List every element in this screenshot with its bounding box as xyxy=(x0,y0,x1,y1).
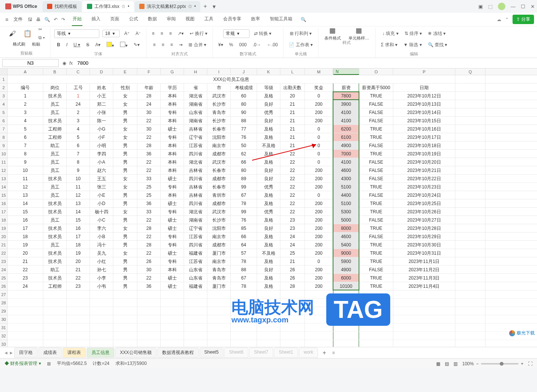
cell[interactable]: 专科 xyxy=(161,232,184,240)
cell[interactable]: 不及格 xyxy=(257,141,280,149)
doc-tab-templates[interactable]: 找稻壳模板 xyxy=(43,1,82,12)
maximize-button[interactable]: ☐ xyxy=(521,4,525,9)
row-header[interactable]: 23 xyxy=(0,257,8,266)
strikethrough-button[interactable]: S xyxy=(85,41,91,48)
cell[interactable]: TRUE xyxy=(359,183,393,191)
cell[interactable]: 28 xyxy=(137,92,161,100)
cell[interactable]: 2 xyxy=(8,100,43,108)
cell[interactable] xyxy=(280,315,305,323)
cell[interactable]: FALSE xyxy=(359,117,393,125)
cell[interactable]: 成都市 xyxy=(207,241,231,249)
cell[interactable]: 男 xyxy=(113,216,137,224)
row-header[interactable]: 33 xyxy=(0,340,8,347)
cell[interactable]: 4600 xyxy=(333,166,359,174)
cell[interactable] xyxy=(43,290,67,298)
column-header[interactable]: P xyxy=(393,68,455,75)
status-link[interactable]: ◆ 财务报表管理 ▾ xyxy=(5,360,41,367)
cell[interactable]: FALSE xyxy=(359,166,393,174)
row-header[interactable]: 11 xyxy=(0,158,8,166)
cell[interactable] xyxy=(207,299,231,307)
cell[interactable] xyxy=(393,332,455,340)
cell[interactable]: 66 xyxy=(231,158,257,166)
cell[interactable]: 沈阳市 xyxy=(207,224,231,232)
cell[interactable]: 良好 xyxy=(257,166,280,174)
cell[interactable]: 南京市 xyxy=(207,257,231,265)
row-header[interactable]: 13 xyxy=(0,175,8,183)
cell[interactable] xyxy=(137,332,161,340)
row-header[interactable]: 26 xyxy=(0,282,8,290)
sheet-tab[interactable]: work xyxy=(299,348,318,358)
preview-icon[interactable]: 🔍 xyxy=(44,17,50,22)
row-header[interactable]: 19 xyxy=(0,224,8,232)
cell[interactable] xyxy=(455,175,485,182)
cell[interactable]: 山东省 xyxy=(184,108,207,116)
cell[interactable]: 员工 xyxy=(43,191,67,199)
cell[interactable]: 60 xyxy=(231,92,257,100)
cell[interactable]: 女 xyxy=(113,183,137,191)
cell[interactable]: 本科 xyxy=(161,158,184,166)
cell[interactable]: 小A xyxy=(90,158,113,166)
orientation-button[interactable]: ↗▾ xyxy=(176,30,185,37)
cell[interactable]: 5100 xyxy=(333,199,359,207)
cell[interactable]: 26 xyxy=(280,266,305,273)
cell[interactable]: 辽宁省 xyxy=(184,133,207,141)
cell[interactable] xyxy=(333,299,359,307)
cell[interactable]: 本科 xyxy=(161,191,184,199)
cell[interactable]: 冯十 xyxy=(90,241,113,249)
cell[interactable]: 陈一 xyxy=(90,117,113,125)
cell[interactable]: 2023年10月28日 xyxy=(393,224,455,232)
column-header[interactable]: G xyxy=(161,68,184,75)
cell[interactable]: 16 xyxy=(8,216,43,224)
tab-menu-icon[interactable]: • xyxy=(128,4,129,9)
cell[interactable]: 青岛市 xyxy=(207,266,231,273)
menu-tab[interactable]: 审阅 xyxy=(166,13,176,26)
align-bottom-button[interactable]: ≡ xyxy=(167,30,173,37)
align-top-button[interactable]: ≡ xyxy=(150,30,156,37)
column-header[interactable]: M xyxy=(305,68,333,75)
cell[interactable]: 0 xyxy=(305,191,333,199)
column-header[interactable]: K xyxy=(257,68,280,75)
cell[interactable] xyxy=(455,274,485,282)
cell[interactable] xyxy=(455,133,485,141)
cell[interactable]: 男 xyxy=(113,241,137,249)
cell[interactable]: 18 xyxy=(8,232,43,240)
cell[interactable]: 本科 xyxy=(161,150,184,158)
column-header[interactable]: C xyxy=(67,68,90,75)
cell[interactable] xyxy=(90,324,113,331)
cell[interactable]: 33 xyxy=(137,175,161,182)
cell[interactable] xyxy=(257,299,280,307)
cell[interactable]: 9 xyxy=(67,166,90,174)
cell[interactable]: 技术员 xyxy=(43,232,67,240)
cell[interactable]: 专科 xyxy=(161,208,184,216)
column-header[interactable]: H xyxy=(184,68,207,75)
cell[interactable] xyxy=(393,315,455,323)
cell[interactable]: TRUE xyxy=(359,92,393,100)
cell[interactable]: 女 xyxy=(113,249,137,257)
column-header[interactable]: B xyxy=(43,68,67,75)
cell[interactable] xyxy=(333,340,359,347)
cell[interactable]: 19 xyxy=(8,241,43,249)
cell[interactable]: 助工 xyxy=(43,266,67,273)
cell[interactable] xyxy=(113,332,137,340)
cell[interactable]: 15 xyxy=(8,208,43,216)
cell[interactable]: 2023年11月3日 xyxy=(393,274,455,282)
cell[interactable]: 专科 xyxy=(161,108,184,116)
collapse-ribbon-icon[interactable]: ⌃ xyxy=(505,17,509,22)
cell[interactable]: 及格 xyxy=(257,191,280,199)
cell[interactable]: 及格 xyxy=(257,92,280,100)
column-header[interactable]: J xyxy=(231,68,257,75)
cell[interactable] xyxy=(207,290,231,298)
cell[interactable]: 江苏省 xyxy=(184,232,207,240)
cell[interactable]: 专科 xyxy=(161,133,184,141)
cell[interactable]: 硕士 xyxy=(161,175,184,182)
cell[interactable]: 吴九 xyxy=(90,249,113,257)
cell[interactable] xyxy=(280,332,305,340)
cell[interactable]: 男 xyxy=(113,199,137,207)
cell[interactable]: 4600 xyxy=(333,232,359,240)
cell[interactable] xyxy=(67,340,90,347)
cell[interactable]: 男 xyxy=(113,166,137,174)
cell[interactable]: 及格 xyxy=(257,150,280,158)
cell[interactable]: 23 xyxy=(280,216,305,224)
cell[interactable]: 优秀 xyxy=(257,208,280,216)
row-header[interactable]: 30 xyxy=(0,315,8,324)
